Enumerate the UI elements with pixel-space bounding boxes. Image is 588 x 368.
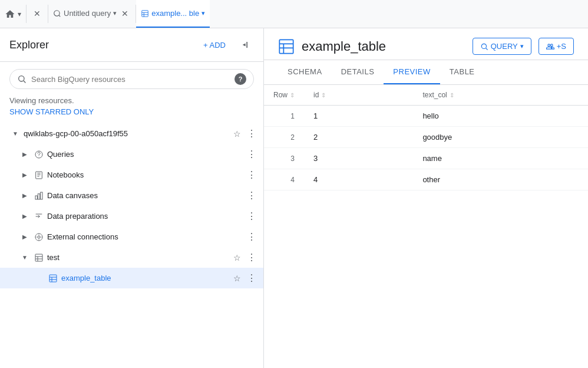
sidebar-actions: + ADD: [199, 35, 254, 54]
preview-table-container: Row ⇕ id ⇕ text_col ⇕ 1 1 hello: [264, 85, 588, 368]
notebooks-node[interactable]: ▶ Notebooks ⋮: [0, 165, 263, 185]
project-toggle[interactable]: ▼: [9, 128, 21, 140]
svg-rect-1: [142, 10, 148, 17]
data-preparations-toggle[interactable]: ▶: [19, 211, 31, 222]
project-node[interactable]: ▼ qwiklabs-gcp-00-a050acf19f55 ☆ ⋮: [0, 123, 263, 144]
cell-text-3: name: [413, 148, 588, 169]
share-button-label: +S: [557, 42, 566, 51]
query-button-label: QUERY: [491, 42, 518, 51]
home-tab[interactable]: ▾: [0, 0, 26, 28]
table-example-icon: [47, 272, 59, 284]
notebooks-icon: [33, 169, 45, 181]
svg-point-7: [39, 156, 39, 157]
project-label: qwiklabs-gcp-00-a050acf19f55: [24, 129, 230, 138]
svg-rect-8: [36, 172, 42, 179]
table-example-more-icon[interactable]: ⋮: [245, 271, 259, 285]
search-icon: [17, 74, 27, 84]
table-row: 1 1 hello: [264, 106, 588, 127]
cell-row-1: 1: [264, 106, 304, 127]
cell-id-1: 1: [304, 106, 413, 127]
cell-row-4: 4: [264, 169, 304, 190]
tab-table[interactable]: TABLE: [440, 60, 484, 84]
tab-query[interactable]: Untitled query ▾ ✕: [48, 0, 136, 28]
external-connections-node[interactable]: ▶ External connections ⋮: [0, 226, 263, 247]
close-query-icon[interactable]: ✕: [119, 8, 131, 19]
svg-point-5: [19, 76, 24, 81]
project-more-icon[interactable]: ⋮: [245, 127, 259, 140]
data-preparations-icon: [33, 211, 45, 222]
notebooks-more-icon[interactable]: ⋮: [245, 168, 259, 182]
data-canvases-label: Data canvases: [47, 191, 242, 200]
cell-id-3: 3: [304, 148, 413, 169]
table-example-node[interactable]: example_table ☆ ⋮: [0, 268, 263, 288]
svg-point-17: [38, 236, 40, 238]
show-starred-button[interactable]: SHOW STARRED ONLY: [0, 107, 263, 123]
cell-row-3: 3: [264, 148, 304, 169]
col-header-id: id ⇕: [304, 85, 413, 106]
svg-rect-13: [38, 193, 39, 199]
queries-label: Queries: [47, 150, 242, 159]
data-canvases-toggle[interactable]: ▶: [19, 190, 31, 202]
notebooks-toggle[interactable]: ▶: [19, 169, 31, 181]
dataset-test-label: test: [47, 253, 230, 262]
queries-more-icon[interactable]: ⋮: [245, 147, 259, 161]
table-row: 4 4 other: [264, 169, 588, 190]
tree-view: ▼ qwiklabs-gcp-00-a050acf19f55 ☆ ⋮ ▶ Que…: [0, 123, 263, 368]
data-preparations-more-icon[interactable]: ⋮: [245, 209, 259, 223]
external-connections-more-icon[interactable]: ⋮: [245, 230, 259, 244]
tab-close-home[interactable]: ✕: [27, 0, 48, 28]
tab-details[interactable]: DETAILS: [332, 60, 384, 84]
content-area: example_table QUERY ▾ +S SCHEMA DETAILS …: [264, 28, 588, 368]
table-row: 3 3 name: [264, 148, 588, 169]
cell-text-4: other: [413, 169, 588, 190]
content-title: example_table: [302, 39, 465, 54]
content-header: example_table QUERY ▾ +S: [264, 28, 588, 60]
external-connections-toggle[interactable]: ▶: [19, 231, 31, 243]
svg-point-0: [54, 10, 60, 15]
svg-rect-14: [41, 192, 42, 199]
main-layout: Explorer + ADD ? Viewing resources. SHOW…: [0, 28, 588, 368]
help-button[interactable]: ?: [234, 73, 246, 85]
preview-table: Row ⇕ id ⇕ text_col ⇕ 1 1 hello: [264, 85, 588, 190]
tab-schema[interactable]: SCHEMA: [278, 60, 332, 84]
svg-rect-12: [35, 196, 37, 199]
dataset-test-toggle[interactable]: ▼: [19, 252, 31, 264]
cell-id-2: 2: [304, 127, 413, 148]
queries-toggle[interactable]: ▶: [19, 149, 31, 160]
collapse-sidebar-button[interactable]: [235, 35, 254, 54]
data-preparations-node[interactable]: ▶ Data preparations ⋮: [0, 206, 263, 226]
tab-table[interactable]: example... ble ▾: [136, 0, 210, 28]
tab-bar: ▾ ✕ Untitled query ▾ ✕ example... ble ▾: [0, 0, 588, 28]
data-canvases-more-icon[interactable]: ⋮: [245, 189, 259, 202]
sidebar: Explorer + ADD ? Viewing resources. SHOW…: [0, 28, 264, 368]
add-button[interactable]: + ADD: [199, 38, 230, 52]
dataset-test-node[interactable]: ▼ test ☆ ⋮: [0, 247, 263, 268]
queries-node[interactable]: ▶ Queries ⋮: [0, 144, 263, 165]
table-row: 2 2 goodbye: [264, 127, 588, 148]
svg-rect-26: [279, 40, 293, 53]
sidebar-title: Explorer: [9, 39, 49, 51]
search-bar: ?: [9, 69, 254, 89]
cell-text-1: hello: [413, 106, 588, 127]
viewing-text: Viewing resources.: [0, 96, 263, 107]
table-example-star-icon[interactable]: ☆: [232, 272, 242, 284]
close-home-icon[interactable]: ✕: [31, 8, 43, 19]
query-button[interactable]: QUERY ▾: [473, 38, 531, 55]
search-input[interactable]: [31, 75, 230, 84]
data-canvases-node[interactable]: ▶ Data canvases ⋮: [0, 185, 263, 206]
query-dropdown-icon[interactable]: ▾: [520, 42, 524, 50]
dataset-test-more-icon[interactable]: ⋮: [245, 251, 259, 264]
data-preparations-label: Data preparations: [47, 212, 242, 221]
project-star-icon[interactable]: ☆: [232, 128, 242, 140]
share-button[interactable]: +S: [539, 38, 574, 55]
svg-point-30: [481, 44, 486, 48]
col-header-text-col: text_col ⇕: [413, 85, 588, 106]
dataset-test-star-icon[interactable]: ☆: [232, 252, 242, 264]
svg-rect-18: [35, 254, 42, 261]
content-title-icon: [278, 38, 295, 55]
svg-rect-22: [49, 275, 57, 282]
table-example-label: example_table: [61, 274, 230, 282]
query-tab-label: Untitled query: [64, 9, 111, 18]
table-tab-label: example... ble: [151, 9, 199, 18]
tab-preview[interactable]: PREVIEW: [384, 60, 440, 84]
